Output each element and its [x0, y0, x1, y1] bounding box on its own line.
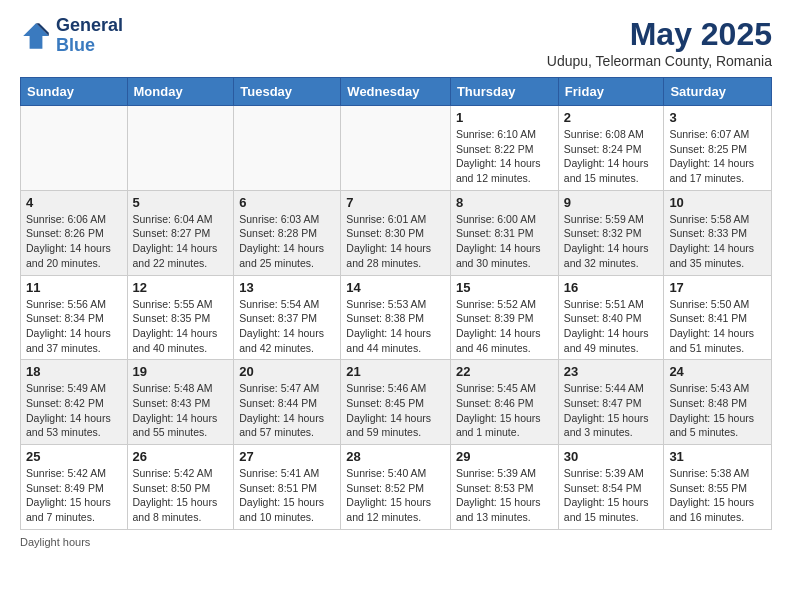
calendar-cell: 26Sunrise: 5:42 AM Sunset: 8:50 PM Dayli…: [127, 445, 234, 530]
calendar-cell: 1Sunrise: 6:10 AM Sunset: 8:22 PM Daylig…: [450, 106, 558, 191]
day-number: 20: [239, 364, 335, 379]
day-info: Sunrise: 5:45 AM Sunset: 8:46 PM Dayligh…: [456, 381, 553, 440]
calendar-cell: 24Sunrise: 5:43 AM Sunset: 8:48 PM Dayli…: [664, 360, 772, 445]
week-row-3: 11Sunrise: 5:56 AM Sunset: 8:34 PM Dayli…: [21, 275, 772, 360]
day-info: Sunrise: 6:00 AM Sunset: 8:31 PM Dayligh…: [456, 212, 553, 271]
day-number: 2: [564, 110, 659, 125]
calendar-cell: 18Sunrise: 5:49 AM Sunset: 8:42 PM Dayli…: [21, 360, 128, 445]
day-info: Sunrise: 5:46 AM Sunset: 8:45 PM Dayligh…: [346, 381, 445, 440]
day-number: 24: [669, 364, 766, 379]
day-number: 10: [669, 195, 766, 210]
day-info: Sunrise: 6:08 AM Sunset: 8:24 PM Dayligh…: [564, 127, 659, 186]
week-row-2: 4Sunrise: 6:06 AM Sunset: 8:26 PM Daylig…: [21, 190, 772, 275]
day-number: 9: [564, 195, 659, 210]
weekday-header-tuesday: Tuesday: [234, 78, 341, 106]
calendar-cell: 29Sunrise: 5:39 AM Sunset: 8:53 PM Dayli…: [450, 445, 558, 530]
calendar-cell: 30Sunrise: 5:39 AM Sunset: 8:54 PM Dayli…: [558, 445, 664, 530]
day-number: 1: [456, 110, 553, 125]
day-info: Sunrise: 5:52 AM Sunset: 8:39 PM Dayligh…: [456, 297, 553, 356]
day-info: Sunrise: 5:58 AM Sunset: 8:33 PM Dayligh…: [669, 212, 766, 271]
day-info: Sunrise: 5:48 AM Sunset: 8:43 PM Dayligh…: [133, 381, 229, 440]
week-row-1: 1Sunrise: 6:10 AM Sunset: 8:22 PM Daylig…: [21, 106, 772, 191]
calendar-cell: 2Sunrise: 6:08 AM Sunset: 8:24 PM Daylig…: [558, 106, 664, 191]
day-number: 17: [669, 280, 766, 295]
day-info: Sunrise: 5:49 AM Sunset: 8:42 PM Dayligh…: [26, 381, 122, 440]
calendar-cell: 23Sunrise: 5:44 AM Sunset: 8:47 PM Dayli…: [558, 360, 664, 445]
svg-marker-0: [23, 23, 49, 49]
day-info: Sunrise: 5:44 AM Sunset: 8:47 PM Dayligh…: [564, 381, 659, 440]
day-number: 4: [26, 195, 122, 210]
calendar-cell: 16Sunrise: 5:51 AM Sunset: 8:40 PM Dayli…: [558, 275, 664, 360]
calendar-cell: 19Sunrise: 5:48 AM Sunset: 8:43 PM Dayli…: [127, 360, 234, 445]
day-number: 21: [346, 364, 445, 379]
calendar-cell: 25Sunrise: 5:42 AM Sunset: 8:49 PM Dayli…: [21, 445, 128, 530]
day-info: Sunrise: 5:42 AM Sunset: 8:49 PM Dayligh…: [26, 466, 122, 525]
day-number: 5: [133, 195, 229, 210]
week-row-5: 25Sunrise: 5:42 AM Sunset: 8:49 PM Dayli…: [21, 445, 772, 530]
day-number: 28: [346, 449, 445, 464]
logo-text: General Blue: [56, 16, 123, 56]
day-info: Sunrise: 5:54 AM Sunset: 8:37 PM Dayligh…: [239, 297, 335, 356]
weekday-header-friday: Friday: [558, 78, 664, 106]
month-title: May 2025: [547, 16, 772, 53]
day-number: 13: [239, 280, 335, 295]
calendar-cell: 13Sunrise: 5:54 AM Sunset: 8:37 PM Dayli…: [234, 275, 341, 360]
calendar-cell: 31Sunrise: 5:38 AM Sunset: 8:55 PM Dayli…: [664, 445, 772, 530]
day-info: Sunrise: 6:03 AM Sunset: 8:28 PM Dayligh…: [239, 212, 335, 271]
weekday-header-wednesday: Wednesday: [341, 78, 451, 106]
calendar-cell: 27Sunrise: 5:41 AM Sunset: 8:51 PM Dayli…: [234, 445, 341, 530]
day-number: 27: [239, 449, 335, 464]
day-info: Sunrise: 5:38 AM Sunset: 8:55 PM Dayligh…: [669, 466, 766, 525]
weekday-header-saturday: Saturday: [664, 78, 772, 106]
day-number: 8: [456, 195, 553, 210]
day-number: 7: [346, 195, 445, 210]
calendar-cell: 10Sunrise: 5:58 AM Sunset: 8:33 PM Dayli…: [664, 190, 772, 275]
header: General Blue May 2025 Udupu, Teleorman C…: [20, 16, 772, 69]
weekday-header-sunday: Sunday: [21, 78, 128, 106]
calendar-cell: 22Sunrise: 5:45 AM Sunset: 8:46 PM Dayli…: [450, 360, 558, 445]
day-info: Sunrise: 5:40 AM Sunset: 8:52 PM Dayligh…: [346, 466, 445, 525]
day-number: 22: [456, 364, 553, 379]
footer: Daylight hours: [20, 536, 772, 548]
calendar-cell: 21Sunrise: 5:46 AM Sunset: 8:45 PM Dayli…: [341, 360, 451, 445]
day-number: 11: [26, 280, 122, 295]
day-info: Sunrise: 6:04 AM Sunset: 8:27 PM Dayligh…: [133, 212, 229, 271]
day-number: 18: [26, 364, 122, 379]
day-number: 31: [669, 449, 766, 464]
daylight-label: Daylight hours: [20, 536, 90, 548]
day-info: Sunrise: 5:43 AM Sunset: 8:48 PM Dayligh…: [669, 381, 766, 440]
weekday-header-monday: Monday: [127, 78, 234, 106]
calendar-cell: 28Sunrise: 5:40 AM Sunset: 8:52 PM Dayli…: [341, 445, 451, 530]
day-info: Sunrise: 5:39 AM Sunset: 8:54 PM Dayligh…: [564, 466, 659, 525]
logo: General Blue: [20, 16, 123, 56]
day-info: Sunrise: 5:42 AM Sunset: 8:50 PM Dayligh…: [133, 466, 229, 525]
calendar-cell: [21, 106, 128, 191]
calendar-cell: 15Sunrise: 5:52 AM Sunset: 8:39 PM Dayli…: [450, 275, 558, 360]
calendar-table: SundayMondayTuesdayWednesdayThursdayFrid…: [20, 77, 772, 530]
page: General Blue May 2025 Udupu, Teleorman C…: [0, 0, 792, 564]
day-info: Sunrise: 5:41 AM Sunset: 8:51 PM Dayligh…: [239, 466, 335, 525]
calendar-cell: 17Sunrise: 5:50 AM Sunset: 8:41 PM Dayli…: [664, 275, 772, 360]
day-number: 25: [26, 449, 122, 464]
day-info: Sunrise: 6:06 AM Sunset: 8:26 PM Dayligh…: [26, 212, 122, 271]
day-number: 14: [346, 280, 445, 295]
day-info: Sunrise: 5:53 AM Sunset: 8:38 PM Dayligh…: [346, 297, 445, 356]
weekday-header-row: SundayMondayTuesdayWednesdayThursdayFrid…: [21, 78, 772, 106]
day-number: 15: [456, 280, 553, 295]
calendar-cell: 4Sunrise: 6:06 AM Sunset: 8:26 PM Daylig…: [21, 190, 128, 275]
calendar-cell: 8Sunrise: 6:00 AM Sunset: 8:31 PM Daylig…: [450, 190, 558, 275]
day-number: 30: [564, 449, 659, 464]
day-info: Sunrise: 5:39 AM Sunset: 8:53 PM Dayligh…: [456, 466, 553, 525]
day-number: 6: [239, 195, 335, 210]
day-number: 23: [564, 364, 659, 379]
calendar-cell: [341, 106, 451, 191]
day-number: 19: [133, 364, 229, 379]
day-info: Sunrise: 5:50 AM Sunset: 8:41 PM Dayligh…: [669, 297, 766, 356]
day-number: 26: [133, 449, 229, 464]
calendar-cell: 3Sunrise: 6:07 AM Sunset: 8:25 PM Daylig…: [664, 106, 772, 191]
calendar-cell: 5Sunrise: 6:04 AM Sunset: 8:27 PM Daylig…: [127, 190, 234, 275]
calendar-cell: 7Sunrise: 6:01 AM Sunset: 8:30 PM Daylig…: [341, 190, 451, 275]
day-info: Sunrise: 5:55 AM Sunset: 8:35 PM Dayligh…: [133, 297, 229, 356]
calendar-cell: [234, 106, 341, 191]
day-info: Sunrise: 5:47 AM Sunset: 8:44 PM Dayligh…: [239, 381, 335, 440]
